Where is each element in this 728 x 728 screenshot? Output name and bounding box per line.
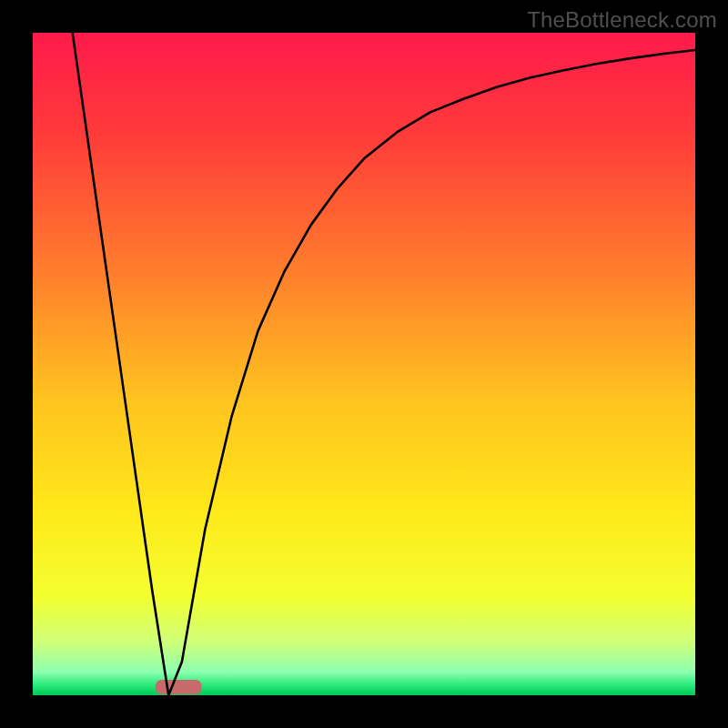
chart-frame: TheBottleneck.com xyxy=(0,0,728,728)
gradient-background xyxy=(33,33,695,695)
highlight-marker xyxy=(156,680,202,694)
bottleneck-chart xyxy=(33,33,695,695)
watermark-text: TheBottleneck.com xyxy=(527,7,717,33)
